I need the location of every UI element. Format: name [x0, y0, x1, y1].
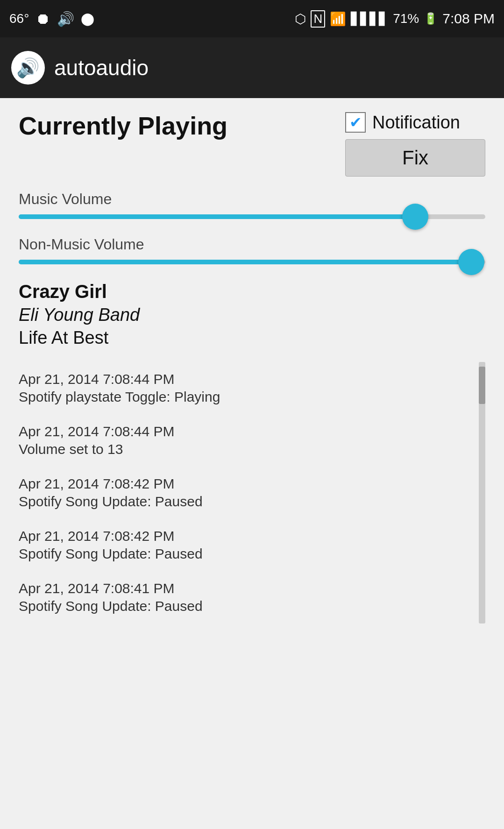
- app-bar: 🔊 autoaudio: [0, 37, 504, 98]
- battery-percent: 71%: [393, 11, 419, 26]
- main-content: Currently Playing ✔ Notification Fix Mus…: [0, 98, 504, 829]
- log-entry: Apr 21, 2014 7:08:42 PM Spotify Song Upd…: [19, 467, 474, 519]
- wifi-icon: 📶: [330, 11, 346, 27]
- log-message: Spotify Song Update: Paused: [19, 598, 474, 614]
- log-entry: Apr 21, 2014 7:08:44 PM Volume set to 13: [19, 414, 474, 467]
- music-volume-slider[interactable]: [19, 214, 485, 219]
- log-message: Spotify Song Update: Paused: [19, 494, 474, 510]
- log-timestamp: Apr 21, 2014 7:08:42 PM: [19, 476, 474, 492]
- notification-row: ✔ Notification: [345, 112, 460, 133]
- clock: 7:08 PM: [442, 11, 495, 27]
- speaker-icon: 🔊: [16, 57, 40, 79]
- fix-button[interactable]: Fix: [345, 139, 485, 177]
- log-message: Spotify playstate Toggle: Playing: [19, 389, 474, 405]
- log-list: Apr 21, 2014 7:08:44 PM Spotify playstat…: [19, 362, 474, 624]
- signal-icon: ▋▋▋▋: [351, 12, 388, 26]
- log-message: Spotify Song Update: Paused: [19, 546, 474, 562]
- non-music-volume-thumb[interactable]: [458, 249, 484, 275]
- battery-icon: 🔋: [424, 12, 438, 25]
- log-section: Apr 21, 2014 7:08:44 PM Spotify playstat…: [19, 362, 485, 624]
- song-title: Crazy Girl: [19, 281, 485, 302]
- nfc-icon: N: [311, 10, 325, 28]
- log-scrollbar[interactable]: [479, 362, 485, 624]
- log-message: Volume set to 13: [19, 441, 474, 457]
- log-timestamp: Apr 21, 2014 7:08:42 PM: [19, 528, 474, 544]
- notification-label: Notification: [372, 113, 460, 133]
- header-right: ✔ Notification Fix: [345, 112, 485, 177]
- status-right: ⬡ N 📶 ▋▋▋▋ 71% 🔋 7:08 PM: [295, 10, 495, 28]
- log-timestamp: Apr 21, 2014 7:08:44 PM: [19, 371, 474, 387]
- temperature: 66°: [9, 11, 29, 26]
- non-music-volume-section: Non-Music Volume: [19, 236, 485, 264]
- song-info: Crazy Girl Eli Young Band Life At Best: [19, 281, 485, 348]
- log-entry: Apr 21, 2014 7:08:41 PM Spotify Song Upd…: [19, 571, 474, 624]
- volume-icon: 🔊: [57, 11, 74, 27]
- log-entry: Apr 21, 2014 7:08:42 PM Spotify Song Upd…: [19, 519, 474, 571]
- log-entry: Apr 21, 2014 7:08:44 PM Spotify playstat…: [19, 362, 474, 414]
- bluetooth-icon: ⬡: [295, 11, 306, 27]
- music-volume-thumb[interactable]: [402, 204, 428, 230]
- status-bar: 66° ⏺ 🔊 ⬤ ⬡ N 📶 ▋▋▋▋ 71% 🔋 7:08 PM: [0, 0, 504, 37]
- song-artist: Eli Young Band: [19, 305, 485, 325]
- spotify-icon: ⏺: [35, 10, 50, 28]
- app-title: autoaudio: [54, 55, 149, 80]
- music-volume-section: Music Volume: [19, 191, 485, 219]
- log-scrollbar-thumb[interactable]: [479, 367, 485, 404]
- header-row: Currently Playing ✔ Notification Fix: [19, 112, 485, 177]
- log-timestamp: Apr 21, 2014 7:08:44 PM: [19, 424, 474, 439]
- currently-playing-title: Currently Playing: [19, 112, 227, 140]
- log-timestamp: Apr 21, 2014 7:08:41 PM: [19, 581, 474, 596]
- non-music-volume-label: Non-Music Volume: [19, 236, 485, 253]
- notification-checkbox[interactable]: ✔: [345, 112, 366, 133]
- status-left: 66° ⏺ 🔊 ⬤: [9, 10, 94, 28]
- music-volume-fill: [19, 214, 415, 219]
- circle-icon: ⬤: [81, 12, 94, 26]
- non-music-volume-fill: [19, 260, 471, 264]
- non-music-volume-slider[interactable]: [19, 260, 485, 264]
- song-album: Life At Best: [19, 328, 485, 348]
- checkmark-icon: ✔: [349, 113, 362, 131]
- app-icon: 🔊: [11, 51, 45, 85]
